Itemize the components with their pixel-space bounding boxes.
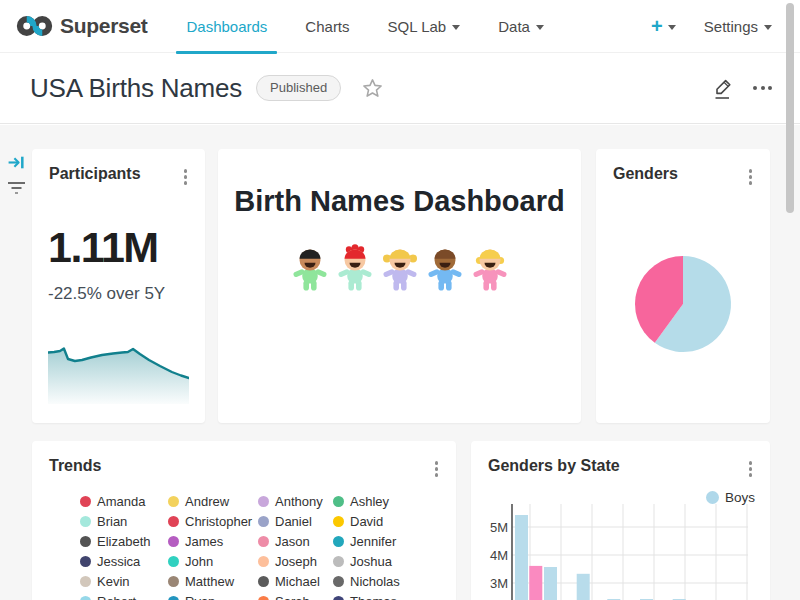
- edit-dashboard-button[interactable]: [713, 77, 734, 100]
- expand-filter-bar-button[interactable]: [7, 153, 26, 176]
- legend-label: Daniel: [275, 514, 312, 529]
- nav-menu: DashboardsChartsSQL LabData: [167, 0, 562, 53]
- legend-dot: [80, 576, 91, 587]
- trends-legend: AmandaAndrewAnthonyAshleyBrianChristophe…: [80, 491, 400, 600]
- svg-text:4M: 4M: [490, 548, 508, 563]
- published-badge[interactable]: Published: [256, 75, 341, 101]
- svg-text:3M: 3M: [490, 576, 508, 591]
- superset-logo[interactable]: Superset: [16, 14, 147, 38]
- legend-item-jessica[interactable]: Jessica: [80, 551, 168, 571]
- svg-text:5M: 5M: [490, 520, 508, 535]
- legend-item-andrew[interactable]: Andrew: [168, 491, 258, 511]
- legend-label: Thomas: [350, 594, 397, 600]
- favorite-star-button[interactable]: [362, 78, 383, 99]
- legend-label: Sarah: [275, 594, 310, 600]
- page-scrollbar[interactable]: [786, 3, 794, 213]
- chevron-down-icon: [668, 25, 676, 30]
- legend-item-sarah[interactable]: Sarah: [258, 591, 333, 600]
- chevron-down-icon: [536, 25, 544, 30]
- nav-item-label: SQL Lab: [388, 18, 447, 35]
- dot: [768, 86, 772, 90]
- legend-item-brian[interactable]: Brian: [80, 511, 168, 531]
- plus-icon: +: [651, 16, 663, 36]
- settings-menu[interactable]: Settings: [704, 18, 772, 35]
- legend-label: Jason: [275, 534, 310, 549]
- child-emoji: [290, 243, 330, 292]
- more-actions-button[interactable]: [751, 82, 774, 94]
- legend-item-elizabeth[interactable]: Elizabeth: [80, 531, 168, 551]
- chevron-down-icon: [452, 25, 460, 30]
- legend-item-ryan[interactable]: Ryan: [168, 591, 258, 600]
- legend-item-jason[interactable]: Jason: [258, 531, 333, 551]
- child-emoji: [335, 243, 375, 292]
- dot: [753, 86, 757, 90]
- genders-card: Genders: [596, 149, 770, 423]
- new-item-button[interactable]: +: [651, 16, 676, 36]
- legend-dot: [80, 516, 91, 527]
- genders-by-state-card: Genders by State Boys 5M4M3M: [471, 441, 770, 600]
- legend-dot: [258, 516, 269, 527]
- legend-label: Jessica: [97, 554, 140, 569]
- legend-dot: [333, 536, 344, 547]
- legend-item-james[interactable]: James: [168, 531, 258, 551]
- legend-label: Joshua: [350, 554, 392, 569]
- legend-item-thomas[interactable]: Thomas: [333, 591, 400, 600]
- child-emoji: [380, 243, 420, 292]
- legend-label: Nicholas: [350, 574, 400, 589]
- genders-pie-chart[interactable]: [596, 149, 770, 427]
- legend-item-ashley[interactable]: Ashley: [333, 491, 400, 511]
- legend-dot: [80, 496, 91, 507]
- legend-item-nicholas[interactable]: Nicholas: [333, 571, 400, 591]
- legend-label: Ryan: [185, 594, 215, 600]
- legend-dot: [333, 556, 344, 567]
- legend-dot: [168, 556, 179, 567]
- legend-item-michael[interactable]: Michael: [258, 571, 333, 591]
- legend-dot: [258, 556, 269, 567]
- nav-item-label: Charts: [305, 18, 349, 35]
- child-emoji: [470, 243, 510, 292]
- nav-item-data[interactable]: Data: [479, 0, 563, 53]
- nav-item-dashboards[interactable]: Dashboards: [167, 0, 286, 53]
- markdown-card: Birth Names Dashboard: [218, 149, 581, 423]
- legend-item-john[interactable]: John: [168, 551, 258, 571]
- card-menu-button[interactable]: [429, 457, 445, 481]
- big-number: 1.11M: [48, 223, 158, 272]
- legend-dot: [168, 536, 179, 547]
- chevron-down-icon: [764, 25, 772, 30]
- legend-item-joshua[interactable]: Joshua: [333, 551, 400, 571]
- legend-dot: [168, 496, 179, 507]
- legend-item-jennifer[interactable]: Jennifer: [333, 531, 400, 551]
- legend-dot: [333, 596, 344, 600]
- nav-item-sql-lab[interactable]: SQL Lab: [369, 0, 480, 53]
- card-menu-button[interactable]: [743, 457, 759, 481]
- superset-infinity-icon: [16, 15, 53, 37]
- participants-sparkline-chart[interactable]: [48, 342, 189, 408]
- filter-button[interactable]: [7, 181, 26, 200]
- legend-item-joseph[interactable]: Joseph: [258, 551, 333, 571]
- legend-item-robert[interactable]: Robert: [80, 591, 168, 600]
- legend-item-amanda[interactable]: Amanda: [80, 491, 168, 511]
- legend-label: Anthony: [275, 494, 323, 509]
- card-title: Genders by State: [488, 457, 620, 475]
- legend-item-christopher[interactable]: Christopher: [168, 511, 258, 531]
- card-menu-button[interactable]: [178, 165, 194, 189]
- legend-label: Brian: [97, 514, 127, 529]
- nav-item-label: Data: [498, 18, 530, 35]
- trends-card: Trends AmandaAndrewAnthonyAshleyBrianChr…: [32, 441, 456, 600]
- legend-dot: [258, 596, 269, 600]
- legend-dot: [258, 536, 269, 547]
- legend-item-kevin[interactable]: Kevin: [80, 571, 168, 591]
- legend-item-daniel[interactable]: Daniel: [258, 511, 333, 531]
- expand-right-icon: [7, 153, 26, 172]
- legend-dot: [168, 576, 179, 587]
- genders-by-state-bar-chart[interactable]: 5M4M3M: [471, 496, 770, 600]
- nav-item-charts[interactable]: Charts: [286, 0, 368, 53]
- legend-dot: [80, 536, 91, 547]
- legend-item-anthony[interactable]: Anthony: [258, 491, 333, 511]
- legend-label: Matthew: [185, 574, 234, 589]
- legend-dot: [80, 596, 91, 600]
- settings-label: Settings: [704, 18, 758, 35]
- legend-label: Amanda: [97, 494, 145, 509]
- legend-item-david[interactable]: David: [333, 511, 400, 531]
- legend-item-matthew[interactable]: Matthew: [168, 571, 258, 591]
